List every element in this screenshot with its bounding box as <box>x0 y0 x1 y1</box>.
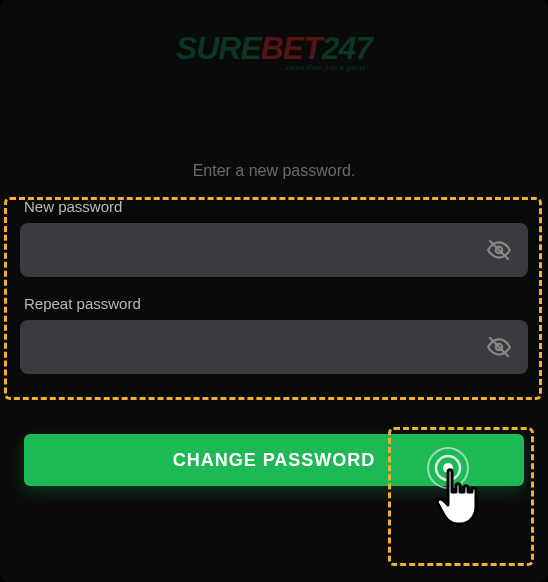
repeat-password-label: Repeat password <box>20 295 528 312</box>
brand-logo: SUREBET247 ...more than just a game! <box>20 30 528 72</box>
new-password-input-wrapper <box>20 223 528 277</box>
instruction-text: Enter a new password. <box>20 162 528 180</box>
logo-part-bet: BET <box>261 30 322 66</box>
logo-text: SUREBET247 <box>20 30 528 67</box>
eye-off-icon[interactable] <box>486 237 512 263</box>
repeat-password-field-group: Repeat password <box>20 295 528 374</box>
change-password-button[interactable]: CHANGE PASSWORD <box>24 434 524 486</box>
logo-part-247: 247 <box>322 30 372 66</box>
password-reset-panel: SUREBET247 ...more than just a game! Ent… <box>0 0 548 582</box>
logo-part-sure: SURE <box>176 30 261 66</box>
eye-off-icon[interactable] <box>486 334 512 360</box>
new-password-label: New password <box>20 198 528 215</box>
repeat-password-input[interactable] <box>20 320 528 374</box>
repeat-password-input-wrapper <box>20 320 528 374</box>
logo-tagline: ...more than just a game! <box>20 63 528 72</box>
new-password-input[interactable] <box>20 223 528 277</box>
new-password-field-group: New password <box>20 198 528 277</box>
